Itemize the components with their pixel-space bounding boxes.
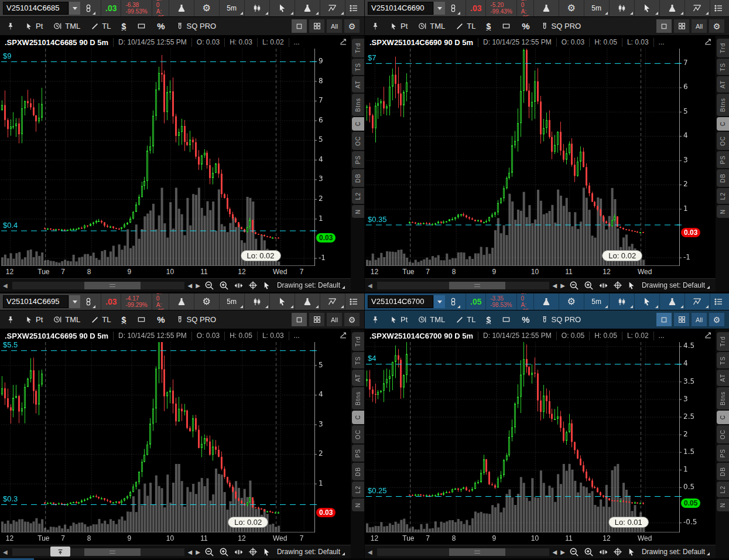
chart-menu-button[interactable] [710, 0, 727, 16]
timeframe-button[interactable]: 5m [584, 293, 610, 310]
side-tab-c[interactable]: C [717, 411, 729, 424]
chart-menu-button[interactable] [345, 0, 362, 16]
chart-type-button[interactable] [610, 0, 635, 16]
percent-tool-button[interactable]: % [152, 18, 170, 34]
pin-toolbar-button[interactable] [1, 18, 20, 34]
price-chart-canvas[interactable] [365, 342, 716, 532]
side-tab-ts[interactable]: TS [352, 59, 364, 76]
fit-width-button[interactable] [596, 281, 611, 290]
side-tab-ps[interactable]: PS [717, 445, 729, 462]
patterns-button[interactable] [320, 0, 345, 16]
pan-left-button[interactable]: ◀ [186, 282, 194, 289]
price-chart-canvas[interactable] [0, 342, 351, 532]
crosshair-button[interactable] [611, 547, 625, 556]
symbol-dropdown-button[interactable] [69, 295, 80, 308]
header-more[interactable]: ... [653, 332, 669, 340]
zoom-out-button[interactable] [202, 547, 217, 557]
timeframe-button[interactable]: 5m [220, 0, 245, 16]
scroll-left-arrow[interactable]: ◀ [365, 282, 375, 289]
side-tab-l2[interactable]: L2 [717, 188, 729, 204]
symbol-dropdown-button[interactable] [434, 295, 445, 308]
all-panes-button[interactable]: All [692, 19, 707, 33]
point-tool-button[interactable]: Pt [385, 18, 413, 34]
side-tab-n[interactable]: N [717, 498, 729, 511]
side-tab-n[interactable]: N [352, 498, 364, 511]
zoom-in-button[interactable] [581, 281, 596, 291]
point-tool-button[interactable]: Pt [20, 312, 48, 327]
chart-settings-button[interactable]: ⚙ [559, 293, 584, 310]
toolbar-settings-button[interactable]: ⚙ [709, 19, 724, 33]
analysis-flask-button[interactable] [169, 0, 194, 16]
side-tab-at[interactable]: AT [717, 370, 729, 386]
price-level-tool-button[interactable]: $ [481, 18, 496, 34]
side-tab-trd[interactable]: Trd [352, 332, 364, 351]
side-tab-n[interactable]: N [352, 205, 364, 218]
timeline-tool-button[interactable]: TML [48, 18, 85, 34]
sq-pro-button[interactable]: SQ PRO [535, 312, 587, 327]
cursor-tool-button[interactable] [635, 293, 660, 310]
patterns-button[interactable] [685, 293, 710, 310]
pan-left-button[interactable]: ◀ [551, 282, 559, 289]
drawing-set-selector[interactable]: Drawing set: Default [277, 281, 345, 289]
header-more[interactable]: ... [289, 38, 304, 47]
expand-chart-button[interactable] [703, 331, 713, 341]
side-tab-btns[interactable]: Btns [352, 94, 364, 116]
side-tab-l2[interactable]: L2 [352, 188, 364, 204]
cursor-tool-button[interactable] [270, 293, 295, 310]
side-tab-at[interactable]: AT [352, 76, 364, 93]
chart-type-button[interactable] [245, 293, 270, 310]
symbol-dropdown-button[interactable] [69, 2, 80, 15]
trendline-tool-button[interactable]: TL [450, 18, 481, 34]
side-tab-btns[interactable]: Btns [717, 94, 729, 116]
grid-layout-button[interactable] [309, 19, 324, 33]
pan-right-button[interactable]: ▶ [559, 282, 567, 289]
zoom-out-button[interactable] [567, 547, 581, 557]
drawing-set-selector[interactable]: Drawing set: Default [642, 281, 710, 289]
single-pane-button[interactable] [656, 19, 672, 33]
side-tab-db[interactable]: DB [717, 463, 729, 480]
pan-right-button[interactable]: ▶ [194, 549, 202, 555]
timeframe-button[interactable]: 5m [584, 0, 610, 16]
chart-scrollbar[interactable] [377, 282, 549, 289]
side-tab-btns[interactable]: Btns [717, 387, 729, 409]
side-tab-l2[interactable]: L2 [717, 482, 729, 497]
chart-scrollbar[interactable] [12, 548, 184, 556]
analysis-flask-button[interactable] [534, 293, 559, 310]
pin-toolbar-button[interactable] [366, 312, 385, 327]
crosshair-button[interactable] [246, 547, 260, 556]
trendline-tool-button[interactable]: TL [85, 18, 116, 34]
side-tab-oc[interactable]: OC [352, 425, 364, 443]
symbol-dropdown-button[interactable] [434, 2, 445, 15]
chart-type-button[interactable] [245, 0, 270, 16]
scroll-left-arrow[interactable]: ◀ [0, 282, 11, 289]
chart-scrollbar[interactable] [12, 282, 184, 289]
chart-settings-button[interactable]: ⚙ [559, 0, 584, 16]
rectangle-tool-button[interactable] [496, 18, 516, 34]
fit-width-button[interactable] [596, 548, 611, 556]
dock-button[interactable] [50, 547, 70, 556]
drawing-set-selector[interactable]: Drawing set: Default [277, 548, 345, 556]
rectangle-tool-button[interactable] [131, 18, 152, 34]
side-tab-ts[interactable]: TS [717, 59, 729, 76]
zoom-in-button[interactable] [217, 281, 231, 291]
chart-settings-button[interactable]: ⚙ [194, 0, 220, 16]
pointer-mode-button[interactable] [625, 548, 638, 556]
side-tab-l2[interactable]: L2 [352, 482, 364, 497]
rectangle-tool-button[interactable] [131, 312, 152, 327]
price-chart-canvas[interactable] [0, 49, 351, 266]
side-tab-oc[interactable]: OC [717, 425, 729, 443]
chart-menu-button[interactable] [710, 293, 727, 310]
pan-left-button[interactable]: ◀ [551, 549, 559, 555]
rectangle-tool-button[interactable] [496, 312, 516, 327]
scrollbar-thumb[interactable] [84, 282, 141, 289]
single-pane-button[interactable] [656, 313, 672, 326]
grid-layout-button[interactable] [309, 313, 324, 326]
pointer-mode-button[interactable] [260, 281, 273, 290]
toolbar-settings-button[interactable]: ⚙ [344, 19, 360, 33]
header-more[interactable]: ... [289, 332, 304, 340]
side-tab-c[interactable]: C [717, 117, 729, 130]
trendline-tool-button[interactable]: TL [450, 312, 481, 327]
scroll-left-arrow[interactable]: ◀ [365, 549, 375, 555]
pan-left-button[interactable]: ◀ [186, 549, 194, 555]
side-tab-ts[interactable]: TS [717, 352, 729, 369]
